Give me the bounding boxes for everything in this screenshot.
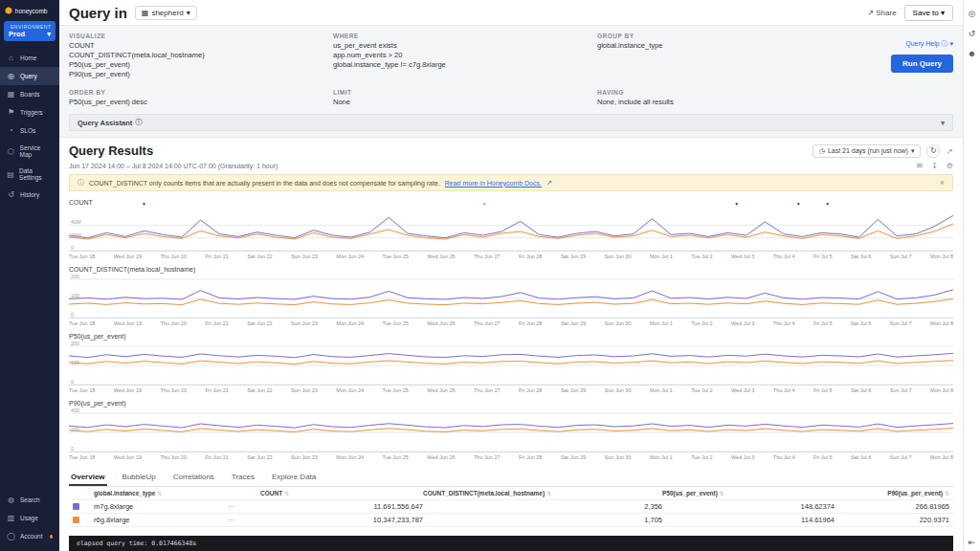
chart-plot[interactable]: 40M20M0▼▼▼▼▼ <box>69 209 953 252</box>
collapse-panel-icon[interactable]: ⇤ <box>969 539 976 547</box>
results-table: global.instance_type⇅COUNT⇅COUNT_DISTINC… <box>69 487 953 527</box>
x-axis-tick: Fri Jun 21 <box>205 253 228 259</box>
team-icon[interactable]: ☻ <box>968 50 976 58</box>
deploy-marker-icon[interactable]: ▼ <box>796 202 801 207</box>
sidebar-item-query[interactable]: ◎Query <box>0 67 59 85</box>
sidebar-item-usage[interactable]: ▥Usage <box>0 509 59 527</box>
docs-link[interactable]: Read more in Honeycomb Docs. <box>445 180 542 187</box>
activity-history-icon[interactable]: ↺ <box>969 30 976 38</box>
sidebar-item-search[interactable]: ◍Search <box>0 491 59 509</box>
clause-value[interactable]: global.instance_type != c7g.8xlarge <box>333 60 584 70</box>
sort-icon[interactable]: ⇅ <box>720 491 724 496</box>
x-axis-tick: Mon Jul 8 <box>930 387 953 393</box>
clause-having[interactable]: HAVINGNone, include all results <box>597 89 848 107</box>
x-axis-tick: Thu Jun 27 <box>474 253 501 259</box>
clause-value[interactable]: P90(us_per_event) <box>69 70 320 79</box>
x-axis-tick: Sat Jun 29 <box>561 387 586 393</box>
y-axis-tick: 40M <box>71 220 81 226</box>
x-axis-tick: Tue Jul 2 <box>691 320 712 326</box>
clause-order-by[interactable]: ORDER BYP50(us_per_event) desc <box>69 89 320 107</box>
clause-value[interactable]: P50(us_per_event) desc <box>69 98 320 107</box>
save-to-button[interactable]: Save to ▾ <box>904 5 953 21</box>
comment-icon[interactable]: ✉ <box>916 162 923 170</box>
column-header-p50-us-per-event-[interactable]: P50(us_per_event)⇅ <box>662 490 835 496</box>
sort-icon[interactable]: ⇅ <box>945 491 949 496</box>
x-axis-tick: Wed Jul 3 <box>731 253 754 259</box>
clause-visualize[interactable]: VISUALIZECOUNTCOUNT_DISTINCT(meta.local_… <box>69 33 320 79</box>
clause-value[interactable]: COUNT <box>69 41 320 51</box>
clause-value[interactable]: None, include all results <box>597 98 848 107</box>
sidebar-item-boards[interactable]: ▦Boards <box>0 85 59 103</box>
download-icon[interactable]: ↧ <box>931 162 938 170</box>
clause-value[interactable]: COUNT_DISTINCT(meta.local_hostname) <box>69 51 320 60</box>
column-header-count[interactable]: COUNT⇅ <box>260 490 423 496</box>
row-menu-icon[interactable]: ⋯ <box>228 516 260 524</box>
clause-group-by[interactable]: GROUP BYglobal.instance_type <box>597 33 848 79</box>
table-row[interactable]: m7g.8xlarge⋯11,691,556,6472,356148.62374… <box>69 500 953 514</box>
close-icon[interactable]: × <box>940 178 945 187</box>
share-results-icon[interactable]: ↗ <box>946 146 953 156</box>
clause-value[interactable]: P50(us_per_event) <box>69 60 320 70</box>
x-axis-tick: Fri Jul 5 <box>813 253 833 259</box>
y-axis-tick: 0 <box>71 380 74 386</box>
clause-value[interactable]: None <box>333 98 584 107</box>
query-help-link[interactable]: Query Help ⓘ ▾ <box>905 40 953 47</box>
chart-plot[interactable]: 4002000 <box>69 409 953 452</box>
sort-icon[interactable]: ⇅ <box>157 491 162 496</box>
x-axis-tick: Mon Jun 24 <box>336 387 364 393</box>
sidebar-item-account[interactable]: ◯Account <box>0 527 59 545</box>
y-axis-tick: 100 <box>71 294 79 299</box>
query-assistant-bar[interactable]: Query Assistant ⓘ ▾ <box>69 114 953 131</box>
chart-plot[interactable]: 2001000 <box>69 342 953 386</box>
clause-limit[interactable]: LIMITNone <box>333 89 584 107</box>
x-axis-tick: Thu Jun 27 <box>474 320 501 326</box>
tab-correlations[interactable]: Correlations <box>171 469 216 486</box>
gear-icon[interactable]: ⚙ <box>947 162 953 170</box>
deploy-marker-icon[interactable]: ▼ <box>142 202 146 207</box>
environment-switcher[interactable]: ENVIRONMENT Prod ▾ <box>4 21 56 41</box>
time-range-selector[interactable]: ◷ Last 21 days (run just now) ▾ <box>813 144 922 158</box>
column-header-count-distinct-meta-local-hostname-[interactable]: COUNT_DISTINCT(meta.local_hostname)⇅ <box>423 490 662 496</box>
x-axis-tick: Wed Jun 26 <box>427 387 455 393</box>
sidebar-item-slos[interactable]: ◔SLOs <box>0 121 59 140</box>
x-axis-tick: Sun Jun 30 <box>605 253 632 259</box>
clause-value[interactable]: global.instance_type <box>597 41 848 51</box>
tab-explore-data[interactable]: Explore Data <box>270 469 318 486</box>
refresh-button[interactable]: ↻ <box>926 144 940 158</box>
table-row[interactable]: r6g.8xlarge⋯10,347,233,7871,705114.61964… <box>69 514 953 527</box>
column-header-instance-type[interactable]: global.instance_type⇅ <box>94 490 228 496</box>
sidebar-item-triggers[interactable]: ⚑Triggers <box>0 103 59 121</box>
sidebar-item-data-settings[interactable]: ▤Data Settings <box>0 163 59 186</box>
sort-icon[interactable]: ⇅ <box>284 491 289 496</box>
x-axis-tick: Thu Jun 20 <box>160 320 187 326</box>
row-menu-icon[interactable]: ⋯ <box>228 502 260 511</box>
sort-icon[interactable]: ⇅ <box>546 491 551 496</box>
x-axis-tick: Sun Jun 23 <box>291 320 318 326</box>
x-axis-tick: Tue Jul 2 <box>691 387 712 393</box>
chart-plot[interactable]: 2001000 <box>69 276 953 319</box>
clause-value[interactable]: app.num_events > 20 <box>333 51 584 60</box>
query-builder: VISUALIZECOUNTCOUNT_DISTINCT(meta.local_… <box>59 25 963 138</box>
sidebar-item-home[interactable]: ⌂Home <box>0 49 59 67</box>
sidebar-item-history[interactable]: ↺History <box>0 186 59 204</box>
tab-bubbleup[interactable]: BubbleUp <box>121 469 158 486</box>
x-axis-tick: Thu Jul 4 <box>773 320 795 326</box>
x-axis-tick: Tue Jun 25 <box>383 253 409 259</box>
x-axis-tick: Mon Jul 1 <box>650 454 673 460</box>
deploy-marker-icon[interactable]: ▼ <box>825 202 830 207</box>
environment-name: Prod <box>9 30 25 38</box>
clause-where[interactable]: WHEREus_per_event existsapp.num_events >… <box>333 33 584 79</box>
tab-overview[interactable]: Overview <box>69 469 107 486</box>
dataset-selector[interactable]: ▦ shepherd ▾ <box>135 6 197 20</box>
share-button[interactable]: ↗ Share <box>867 9 896 17</box>
deploy-marker-icon[interactable]: ▼ <box>734 202 739 207</box>
column-header-p90-us-per-event-[interactable]: P90(us_per_event)⇅ <box>835 490 949 496</box>
tab-traces[interactable]: Traces <box>230 469 256 486</box>
clause-value[interactable]: us_per_event exists <box>333 41 584 51</box>
metric-value-cell: 114.61964 <box>662 516 835 524</box>
query-icon: ◎ <box>7 72 15 80</box>
sidebar-item-service-map[interactable]: ⬡Service Map <box>0 140 59 163</box>
run-query-button[interactable]: Run Query <box>891 55 953 73</box>
help-icon[interactable]: ◎ <box>969 10 976 18</box>
deploy-marker-icon[interactable]: ▼ <box>482 202 487 207</box>
